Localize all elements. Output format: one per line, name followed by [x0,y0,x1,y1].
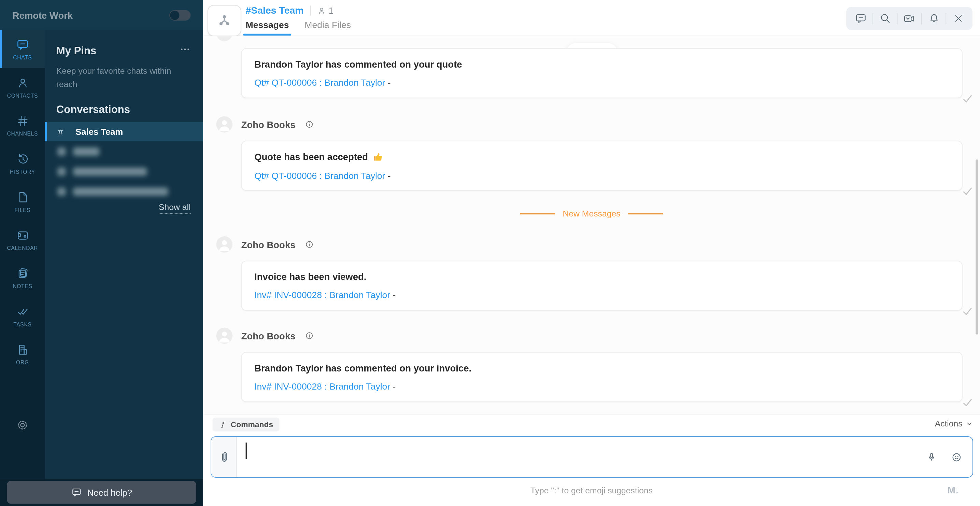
message-sender: Zoho Books [216,236,314,253]
workspace-name: Remote Work [13,10,73,20]
message-card: Brandon Taylor has commented on your quo… [241,48,963,98]
hash-icon [16,114,29,127]
rail-item-files[interactable]: FILES [0,183,45,221]
member-count[interactable]: 1 [317,5,334,15]
double-check-icon [16,305,29,318]
bell-icon [928,13,940,25]
chat-bubble-icon [855,13,867,25]
hash-prefix: # [58,127,63,137]
calendar-icon [16,228,29,241]
rail-item-channels[interactable]: CHANNELS [0,106,45,145]
sidebar-footer: Need help? [0,479,203,506]
emoji-hint: Type ":" to get emoji suggestions [203,486,980,495]
search-button[interactable] [873,7,897,30]
tab-messages[interactable]: Messages [246,20,289,35]
blurred-conversation-item[interactable] [57,166,147,176]
building-icon [16,343,29,356]
nav-rail: CHATS CONTACTS CHANNELS HISTORY FILES CA… [0,30,45,479]
channel-avatar[interactable] [208,5,241,37]
conversation-item-sales-team[interactable]: # Sales Team [45,122,203,142]
status-toggle[interactable] [169,10,191,20]
close-icon [953,13,963,24]
blurred-conversation-item[interactable] [57,146,99,156]
member-person-icon [317,6,326,15]
message-input[interactable] [237,437,926,477]
channel-tabs: Messages Media Files [246,20,351,35]
attach-button[interactable] [211,437,237,477]
composer: Commands Actions Type ":" to get emoji s… [203,414,980,506]
message-title: Invoice has been viewed. [254,271,949,282]
help-chat-icon [71,487,81,498]
record-link[interactable]: Qt# QT-000006 : Brandon Taylor [254,78,385,88]
close-button[interactable] [946,7,970,30]
info-icon[interactable] [304,119,314,129]
message-title: Brandon Taylor has commented on your inv… [254,363,949,373]
blurred-conversation-item[interactable] [57,186,168,196]
file-icon [16,191,29,204]
message-sender: Zoho Books [216,328,314,344]
paperclip-icon [217,450,230,463]
scrollbar[interactable] [975,159,978,334]
sender-name[interactable]: Zoho Books [241,331,296,341]
info-icon[interactable] [304,239,314,249]
sidebar: Remote Work CHATS CONTACTS CHANNELS HIST… [0,0,203,506]
microphone-icon[interactable] [926,451,937,463]
message-title: Quote has been accepted [254,151,368,162]
need-help-button[interactable]: Need help? [7,481,196,504]
molecule-icon [216,13,233,29]
thumbs-up-emoji [372,151,384,162]
conversation-label: Sales Team [75,127,123,137]
rail-item-notes[interactable]: NOTES [0,259,45,297]
info-icon[interactable] [304,331,314,341]
record-link[interactable]: Qt# QT-000006 : Brandon Taylor [254,170,385,180]
delivered-check-icon [963,307,972,316]
sender-avatar[interactable] [216,328,233,344]
sender-avatar[interactable] [216,116,233,133]
toggle-knob [170,10,179,19]
message-card: Quote has been accepted Qt# QT-000006 : … [241,141,963,191]
my-pins-menu-button[interactable] [179,46,191,52]
workspace-header: Remote Work [0,0,203,30]
record-link[interactable]: Inv# INV-000028 : Brandon Taylor [254,381,390,391]
rail-item-org[interactable]: ORG [0,335,45,373]
rail-item-tasks[interactable]: TASKS [0,297,45,335]
emoji-icon[interactable] [951,451,963,463]
gear-icon [15,418,30,433]
actions-dropdown[interactable]: Actions [935,419,973,428]
record-link[interactable]: Inv# INV-000028 : Brandon Taylor [254,290,390,300]
markdown-toggle[interactable]: M↓ [948,484,959,495]
video-call-button[interactable] [897,7,921,30]
my-pins-subtitle: Keep your favorite chats within reach [56,65,185,91]
rail-item-contacts[interactable]: CONTACTS [0,68,45,107]
commands-button[interactable]: Commands [213,418,280,431]
message-card: Brandon Taylor has commented on your inv… [241,352,963,402]
rail-item-chats[interactable]: CHATS [0,30,45,68]
tab-media-files[interactable]: Media Files [304,20,351,35]
slash-command-icon [219,420,227,429]
sender-name[interactable]: Zoho Books [241,239,296,250]
settings-button[interactable] [0,418,45,433]
app-window: Remote Work CHATS CONTACTS CHANNELS HIST… [0,0,980,506]
header-toolbar [846,7,972,30]
history-clock-icon [16,152,29,165]
notifications-button[interactable] [922,7,946,30]
sender-avatar[interactable] [216,236,233,253]
rail-item-calendar[interactable]: CALENDAR [0,221,45,259]
my-pins-title: My Pins [56,45,97,58]
actions-label: Actions [935,419,963,428]
partial-avatar [216,36,233,41]
text-caret [246,442,247,459]
delivered-check-icon [963,398,972,407]
sender-name[interactable]: Zoho Books [241,119,296,130]
channel-name[interactable]: #Sales Team [246,5,304,16]
rail-item-history[interactable]: HISTORY [0,145,45,183]
divider [310,5,310,15]
notes-icon [16,267,29,280]
message-list: Today Brandon Taylor has commented on yo… [203,36,980,414]
conversations-title: Conversations [56,104,130,116]
chat-bubble-button[interactable] [849,7,872,30]
member-count-value: 1 [329,5,334,15]
sidebar-panel: My Pins Keep your favorite chats within … [45,30,203,479]
show-all-link[interactable]: Show all [159,202,191,214]
dots-horizontal-icon [179,46,191,52]
